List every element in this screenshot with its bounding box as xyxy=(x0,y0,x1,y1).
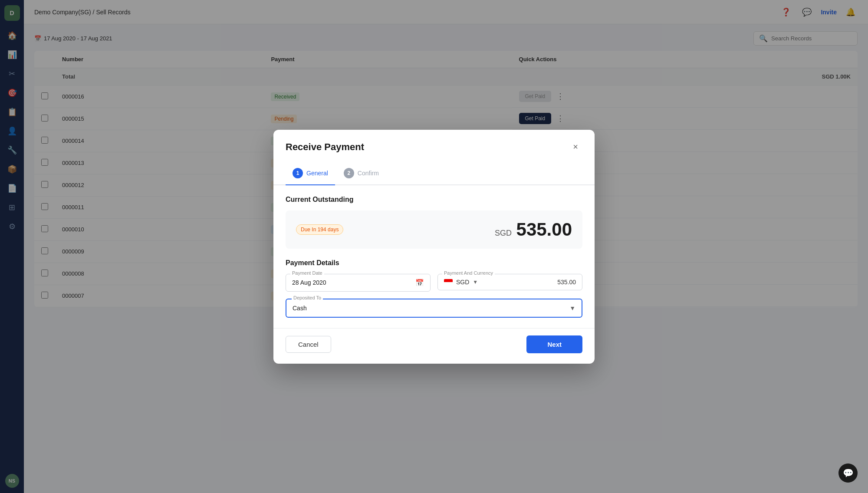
tab-general[interactable]: 1 General xyxy=(286,164,335,184)
payment-currency-field: Payment And Currency SGD ▼ 535.00 xyxy=(437,274,582,292)
modal-title: Receive Payment xyxy=(286,141,364,153)
payment-section-title: Payment Details xyxy=(286,259,582,267)
receive-payment-modal: Receive Payment × 1 General 2 Confirm Cu… xyxy=(273,130,595,364)
deposited-to-value: Cash xyxy=(293,305,569,312)
modal-footer: Cancel Next xyxy=(273,328,595,364)
currency-code: SGD xyxy=(456,279,469,286)
tab-confirm[interactable]: 2 Confirm xyxy=(337,164,386,184)
close-button[interactable]: × xyxy=(569,140,582,154)
payment-date-field: Payment Date 28 Aug 2020 📅 xyxy=(286,274,431,292)
outstanding-card: Due In 194 days SGD 535.00 xyxy=(286,210,582,249)
payment-date-label: Payment Date xyxy=(290,270,324,276)
payment-form-row: Payment Date 28 Aug 2020 📅 Payment And C… xyxy=(286,274,582,292)
outstanding-section-title: Current Outstanding xyxy=(286,196,582,204)
payment-date-value: 28 Aug 2020 xyxy=(292,279,415,286)
modal-header: Receive Payment × xyxy=(273,130,595,154)
next-button[interactable]: Next xyxy=(526,335,582,353)
deposited-to-label: Deposited To xyxy=(292,295,323,300)
cancel-button[interactable]: Cancel xyxy=(286,336,331,353)
outstanding-amount-wrapper: SGD 535.00 xyxy=(495,219,572,240)
tab-confirm-number: 2 xyxy=(344,168,354,178)
deposited-to-field[interactable]: Deposited To Cash ▼ xyxy=(286,299,582,318)
modal-body: Current Outstanding Due In 194 days SGD … xyxy=(273,185,595,328)
modal-overlay: Receive Payment × 1 General 2 Confirm Cu… xyxy=(0,0,868,493)
calendar-icon[interactable]: 📅 xyxy=(415,279,424,287)
chat-widget[interactable]: 💬 xyxy=(838,463,858,483)
tab-general-number: 1 xyxy=(293,168,303,178)
deposited-to-inner: Cash ▼ xyxy=(286,299,582,317)
payment-currency-label: Payment And Currency xyxy=(442,270,495,276)
currency-dropdown-icon[interactable]: ▼ xyxy=(473,279,478,285)
outstanding-amount: 535.00 xyxy=(516,219,572,240)
due-badge: Due In 194 days xyxy=(296,224,343,235)
deposited-dropdown-icon[interactable]: ▼ xyxy=(569,305,575,312)
tab-confirm-label: Confirm xyxy=(358,170,379,177)
currency-flag xyxy=(444,279,453,285)
modal-tabs: 1 General 2 Confirm xyxy=(273,158,595,185)
outstanding-currency: SGD xyxy=(495,229,512,237)
tab-general-label: General xyxy=(306,170,328,177)
payment-amount: 535.00 xyxy=(557,279,576,286)
